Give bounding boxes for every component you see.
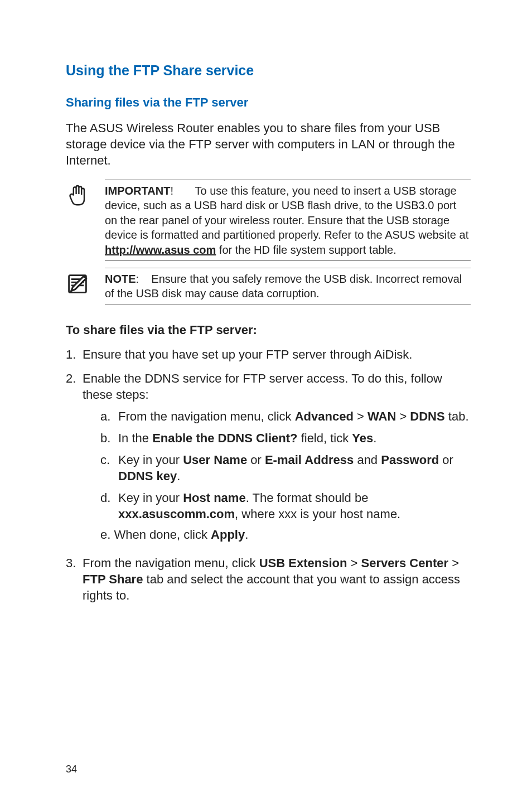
substep-text: Key in your Host name. The format should…	[118, 490, 471, 522]
step-2-intro: Enable the DDNS service for FTP server a…	[83, 371, 442, 402]
t: USB Extension	[259, 556, 347, 570]
t: >	[354, 409, 367, 423]
important-content: IMPORTANT! To use this feature, you need…	[105, 180, 471, 261]
note-callout: NOTE: Ensure that you safely remove the …	[66, 268, 471, 305]
note-label: NOTE	[105, 273, 136, 285]
t: From the navigation menu, click	[83, 556, 259, 570]
step-2: 2. Enable the DDNS service for FTP serve…	[66, 370, 471, 547]
t: or	[247, 453, 265, 467]
step-number: 3.	[66, 555, 83, 603]
t: From the navigation menu, click	[118, 409, 295, 423]
substep-b: b. In the Enable the DDNS Client? field,…	[83, 430, 471, 446]
t: >	[448, 556, 459, 570]
t: DDNS key	[118, 469, 177, 483]
t: Enable the DDNS Client?	[152, 431, 297, 445]
substep-letter: d.	[100, 490, 118, 522]
subsection-heading: Sharing files via the FTP server	[66, 95, 471, 110]
t: >	[347, 556, 361, 570]
t: or	[439, 453, 453, 467]
t: In the	[118, 431, 152, 445]
t: Host name	[183, 491, 245, 505]
note-icon	[66, 268, 105, 298]
page-number: 34	[66, 764, 77, 775]
t: Key in your	[118, 491, 183, 505]
step-number: 2.	[66, 370, 83, 547]
t: User Name	[183, 453, 247, 467]
t: >	[396, 409, 410, 423]
substep-text: From the navigation menu, click Advanced…	[118, 408, 471, 424]
note-body: Ensure that you safely remove the USB di…	[105, 273, 462, 299]
important-link[interactable]: http://www.asus com	[105, 244, 216, 256]
hand-icon	[66, 180, 105, 210]
substep-a: a. From the navigation menu, click Advan…	[83, 408, 471, 424]
step-1: 1. Ensure that you have set up your FTP …	[66, 346, 471, 363]
t: .	[373, 431, 376, 445]
step-text: From the navigation menu, click USB Exte…	[83, 555, 471, 603]
substep-c: c. Key in your User Name or E-mail Addre…	[83, 452, 471, 484]
t: tab.	[445, 409, 469, 423]
substep-text: Key in your User Name or E-mail Address …	[118, 452, 471, 484]
important-label: IMPORTANT	[105, 185, 170, 197]
substep-d: d. Key in your Host name. The format sho…	[83, 490, 471, 522]
t: .	[177, 469, 180, 483]
step-text: Enable the DDNS service for FTP server a…	[83, 370, 471, 547]
t: xxx.asuscomm.com	[118, 507, 235, 521]
t: FTP Share	[83, 572, 143, 586]
section-heading: Using the FTP Share service	[66, 62, 471, 79]
substep-letter: b.	[100, 430, 118, 446]
note-content: NOTE: Ensure that you safely remove the …	[105, 268, 471, 305]
t: Servers Center	[361, 556, 448, 570]
note-punct: :	[136, 273, 139, 285]
t: , where xxx is your host name.	[235, 507, 400, 521]
intro-paragraph: The ASUS Wireless Router enables you to …	[66, 120, 471, 168]
t: .	[245, 528, 248, 542]
t: Apply	[211, 528, 245, 542]
steps-heading: To share files via the FTP server:	[66, 323, 471, 337]
t: . The format should be	[246, 491, 369, 505]
important-callout: IMPORTANT! To use this feature, you need…	[66, 180, 471, 261]
t: WAN	[367, 409, 396, 423]
step-number: 1.	[66, 346, 83, 363]
important-punct: !	[170, 185, 173, 197]
substep-letter: a.	[100, 408, 118, 424]
t: e. When done, click	[100, 528, 211, 542]
t: E-mail Address	[265, 453, 354, 467]
t: Password	[381, 453, 439, 467]
step-text: Ensure that you have set up your FTP ser…	[83, 346, 471, 363]
step-3: 3. From the navigation menu, click USB E…	[66, 555, 471, 603]
t: field, tick	[298, 431, 352, 445]
t: and	[354, 453, 381, 467]
substep-text: In the Enable the DDNS Client? field, ti…	[118, 430, 471, 446]
t: Key in your	[118, 453, 183, 467]
t: Yes	[352, 431, 373, 445]
substep-e: e. When done, click Apply.	[83, 526, 471, 543]
important-body-after: for the HD file system support table.	[216, 244, 396, 256]
t: DDNS	[410, 409, 444, 423]
t: Advanced	[295, 409, 354, 423]
substep-letter: c.	[100, 452, 118, 484]
